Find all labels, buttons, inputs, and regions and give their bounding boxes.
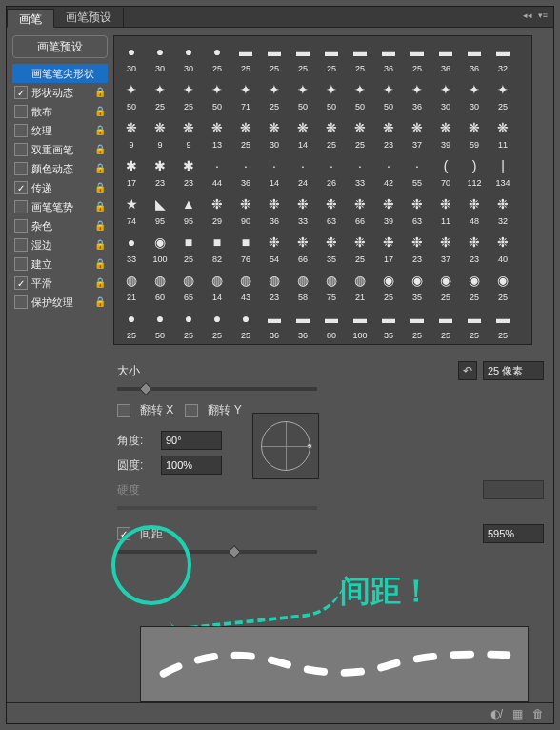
roundness-input[interactable]: 100% [161, 456, 222, 475]
brush-cell[interactable]: ❉63 [404, 193, 430, 229]
brush-cell[interactable]: ◍58 [290, 269, 316, 305]
brush-cell[interactable]: ❉35 [318, 231, 345, 267]
brush-cell[interactable]: ❉23 [461, 231, 488, 267]
brush-cell[interactable]: ·24 [290, 154, 316, 191]
brush-cell[interactable]: ❉23 [404, 231, 430, 267]
brush-cell[interactable]: ❋37 [404, 116, 430, 152]
brush-cell[interactable]: ❋14 [290, 116, 316, 152]
brush-cell[interactable]: ❋9 [118, 116, 145, 152]
sidebar-checkbox[interactable] [14, 143, 28, 156]
brush-cell[interactable]: ◍75 [318, 269, 345, 305]
brush-cell[interactable]: ❉17 [375, 231, 402, 267]
brush-cell[interactable]: ▬80 [318, 307, 345, 343]
brush-cell[interactable]: ▬25 [232, 40, 259, 76]
brush-cell[interactable]: ●33 [118, 231, 145, 267]
brush-cell[interactable]: ❉63 [318, 193, 345, 229]
brush-cell[interactable]: ◍21 [347, 269, 373, 305]
brush-cell[interactable]: ◍23 [261, 269, 288, 305]
angle-input[interactable]: 90° [161, 431, 222, 450]
brush-cell[interactable]: ❋25 [318, 116, 345, 152]
brush-cell[interactable]: ❉25 [347, 231, 373, 267]
lock-icon[interactable]: 🔒 [94, 125, 106, 136]
brush-cell[interactable]: ❋39 [432, 116, 459, 152]
size-input[interactable]: 25 像素 [483, 361, 544, 380]
sidebar-checkbox[interactable]: ✓ [14, 181, 28, 194]
sidebar-checkbox[interactable]: ✓ [14, 86, 28, 99]
size-slider[interactable] [117, 387, 317, 391]
brush-cell[interactable]: ✦25 [147, 78, 173, 114]
sidebar-item-11[interactable]: ✓平滑🔒 [12, 274, 108, 293]
brush-cell[interactable]: ❉40 [490, 231, 516, 267]
toggle-icon[interactable]: ◐/ [490, 707, 503, 720]
brush-cell[interactable]: ▬36 [290, 307, 316, 343]
brush-cell[interactable]: ◉25 [490, 269, 516, 305]
brush-cell[interactable]: )112 [461, 154, 488, 191]
brush-cell[interactable]: ❉39 [375, 193, 402, 229]
brush-cell[interactable]: ❉66 [347, 193, 373, 229]
brush-cell[interactable]: ·14 [261, 154, 288, 191]
brush-cell[interactable]: ❉29 [204, 193, 230, 229]
brush-cell[interactable]: ❉32 [490, 193, 516, 229]
lock-icon[interactable]: 🔒 [94, 182, 106, 193]
brush-cell[interactable]: ●30 [175, 40, 202, 76]
sidebar-checkbox[interactable] [14, 257, 28, 271]
brush-cell[interactable]: ·26 [318, 154, 345, 191]
brush-cell[interactable]: ▬36 [375, 40, 402, 76]
brush-cell[interactable]: ·36 [232, 154, 259, 191]
sidebar-item-7[interactable]: 画笔笔势🔒 [12, 197, 108, 216]
brush-cell[interactable]: ▬36 [261, 307, 288, 343]
brush-cell[interactable]: ●30 [118, 40, 145, 76]
brush-cell[interactable]: (70 [432, 154, 459, 191]
brush-cell[interactable]: ◉100 [147, 231, 173, 267]
brush-cell[interactable]: ●25 [175, 307, 202, 343]
brush-presets-button[interactable]: 画笔预设 [12, 35, 108, 58]
brush-cell[interactable]: ◣95 [147, 193, 173, 229]
brush-cell[interactable]: ❋13 [204, 116, 230, 152]
sidebar-item-6[interactable]: ✓传递🔒 [12, 178, 108, 197]
brush-cell[interactable]: ✦25 [490, 78, 516, 114]
brush-cell[interactable]: ▬32 [490, 40, 516, 76]
brush-cell[interactable]: ▬25 [432, 307, 459, 343]
brush-cell[interactable]: ❋11 [490, 116, 516, 152]
lock-icon[interactable]: 🔒 [94, 144, 106, 155]
sidebar-item-0[interactable]: 画笔笔尖形状 [12, 64, 108, 83]
brush-cell[interactable]: ▬100 [347, 307, 373, 343]
brush-cell[interactable]: ▬25 [404, 307, 430, 343]
brush-cell[interactable]: ◍14 [204, 269, 230, 305]
sidebar-item-10[interactable]: 建立🔒 [12, 254, 108, 274]
sidebar-item-2[interactable]: 散布🔒 [12, 102, 108, 121]
sidebar-item-4[interactable]: 双重画笔🔒 [12, 140, 108, 159]
lock-icon[interactable]: 🔒 [94, 239, 106, 251]
brush-cell[interactable]: ●25 [232, 307, 259, 343]
new-icon[interactable]: ▦ [512, 707, 523, 720]
brush-cell[interactable]: ❉11 [432, 193, 459, 229]
sidebar-item-1[interactable]: ✓形状动态🔒 [12, 83, 108, 102]
brush-cell[interactable]: ✦25 [175, 78, 202, 114]
brush-cell[interactable]: ▬35 [375, 307, 402, 343]
lock-icon[interactable]: 🔒 [94, 277, 106, 289]
trash-icon[interactable]: 🗑 [532, 707, 544, 720]
sidebar-checkbox[interactable] [14, 295, 28, 309]
brush-cell[interactable]: ▬25 [347, 40, 373, 76]
lock-icon[interactable]: 🔒 [94, 163, 106, 174]
brush-cell[interactable]: ✦36 [404, 78, 430, 114]
brush-cell[interactable]: ◉25 [432, 269, 459, 305]
brush-cell[interactable]: ◍43 [232, 269, 259, 305]
brush-cell[interactable]: ▬25 [404, 40, 430, 76]
brush-cell[interactable]: ★74 [118, 193, 145, 229]
brush-cell[interactable]: ◉35 [404, 269, 430, 305]
brush-cell[interactable]: ❋23 [375, 116, 402, 152]
brush-cell[interactable]: ❋30 [261, 116, 288, 152]
brush-cell[interactable]: ▬36 [461, 40, 488, 76]
brush-cell[interactable]: ■25 [175, 231, 202, 267]
flip-y-checkbox[interactable] [185, 404, 198, 417]
brush-cell[interactable]: ❋59 [461, 116, 488, 152]
lock-icon[interactable]: 🔒 [94, 258, 106, 270]
brush-cell[interactable]: ✱23 [147, 154, 173, 191]
collapse-icon[interactable]: ◂◂ [521, 9, 534, 22]
brush-cell[interactable]: ·33 [347, 154, 373, 191]
brush-cell[interactable]: ❋25 [232, 116, 259, 152]
sidebar-checkbox[interactable] [14, 219, 28, 233]
brush-cell[interactable]: ◍65 [175, 269, 202, 305]
brush-cell[interactable]: ✦50 [118, 78, 145, 114]
